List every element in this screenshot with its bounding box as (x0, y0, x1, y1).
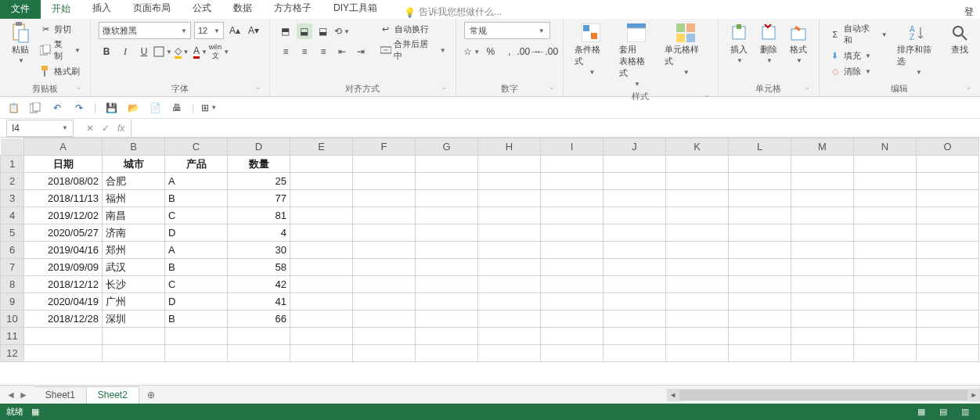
cell-C12[interactable] (165, 345, 228, 362)
cell-M4[interactable] (791, 207, 854, 224)
cell-D1[interactable]: 数量 (228, 156, 290, 173)
row-header-7[interactable]: 7 (1, 259, 24, 276)
col-header-M[interactable]: M (791, 138, 854, 156)
cell-K3[interactable] (666, 190, 729, 207)
cell-I8[interactable] (541, 276, 603, 293)
view-page-layout-button[interactable]: ▤ (935, 406, 952, 418)
format-as-table-button[interactable]: 套用 表格格式▼ (616, 22, 656, 89)
cell-F11[interactable] (353, 328, 416, 345)
cell-O5[interactable] (917, 224, 979, 242)
cell-A4[interactable]: 2019/12/02 (24, 207, 103, 224)
col-header-I[interactable]: I (541, 138, 603, 156)
cell-N2[interactable] (854, 173, 917, 190)
row-header-5[interactable]: 5 (1, 224, 24, 242)
formula-input[interactable] (131, 120, 980, 137)
cell-M11[interactable] (791, 328, 854, 345)
tab-开始[interactable]: 开始 (41, 0, 81, 19)
cell-E1[interactable] (290, 156, 353, 173)
cell-B4[interactable]: 南昌 (103, 207, 165, 224)
cell-F3[interactable] (353, 190, 416, 207)
cell-L12[interactable] (729, 345, 791, 362)
row-header-8[interactable]: 8 (1, 276, 24, 293)
cell-I11[interactable] (541, 328, 603, 345)
cell-C7[interactable]: B (165, 259, 228, 276)
cell-K4[interactable] (666, 207, 729, 224)
comma-button[interactable]: , (502, 44, 517, 59)
cell-G4[interactable] (416, 207, 478, 224)
view-page-break-button[interactable]: ▥ (957, 406, 974, 418)
decrease-font-button[interactable]: A▾ (246, 23, 261, 38)
row-header-11[interactable]: 11 (1, 328, 24, 345)
fill-button[interactable]: ⬇填充▼ (827, 48, 889, 63)
cell-I2[interactable] (541, 173, 603, 190)
format-painter-button[interactable]: 格式刷 (38, 64, 82, 78)
cell-styles-button[interactable]: 单元格样式▼ (661, 22, 710, 77)
cell-J7[interactable] (603, 259, 666, 276)
underline-button[interactable]: U (136, 44, 152, 59)
cell-C8[interactable]: C (165, 276, 228, 293)
cell-H1[interactable] (478, 156, 541, 173)
cell-O7[interactable] (917, 259, 979, 276)
col-header-N[interactable]: N (854, 138, 917, 156)
cell-E3[interactable] (290, 190, 353, 207)
phonetic-button[interactable]: wén文▼ (211, 44, 227, 59)
qat-undo-button[interactable]: ↶ (50, 101, 64, 115)
cell-H12[interactable] (478, 345, 541, 362)
decrease-decimal-button[interactable]: ←.00 (539, 44, 555, 59)
add-sheet-button[interactable]: ⊕ (139, 389, 163, 400)
cell-L8[interactable] (729, 276, 791, 293)
cell-B2[interactable]: 合肥 (103, 173, 165, 190)
cell-D8[interactable]: 42 (228, 276, 290, 293)
tab-方方格子[interactable]: 方方格子 (263, 0, 322, 19)
col-header-C[interactable]: C (165, 138, 228, 156)
cell-E10[interactable] (290, 311, 353, 328)
sheet-tab-Sheet1[interactable]: Sheet1 (34, 386, 87, 404)
col-header-E[interactable]: E (290, 138, 353, 156)
cell-F5[interactable] (353, 224, 416, 242)
col-header-F[interactable]: F (353, 138, 416, 156)
row-header-6[interactable]: 6 (1, 242, 24, 259)
cell-J11[interactable] (603, 328, 666, 345)
cell-J10[interactable] (603, 311, 666, 328)
font-name-select[interactable]: 微软雅黑▼ (99, 22, 191, 39)
cell-D3[interactable]: 77 (228, 190, 290, 207)
cell-A3[interactable]: 2018/11/13 (24, 190, 103, 207)
cell-L6[interactable] (729, 242, 791, 259)
italic-button[interactable]: I (117, 44, 133, 59)
col-header-B[interactable]: B (103, 138, 165, 156)
cell-O10[interactable] (917, 311, 979, 328)
cell-F4[interactable] (353, 207, 416, 224)
cell-J1[interactable] (603, 156, 666, 173)
cell-E4[interactable] (290, 207, 353, 224)
align-center-button[interactable]: ≡ (297, 44, 312, 59)
cell-D12[interactable] (228, 345, 290, 362)
cell-J5[interactable] (603, 224, 666, 242)
cell-H5[interactable] (478, 224, 541, 242)
select-all-corner[interactable] (1, 138, 24, 156)
cell-K1[interactable] (666, 156, 729, 173)
align-right-button[interactable]: ≡ (315, 44, 331, 59)
cell-A7[interactable]: 2019/09/09 (24, 259, 103, 276)
cell-B5[interactable]: 济南 (103, 224, 165, 242)
font-color-button[interactable]: A▼ (193, 44, 208, 59)
cell-I1[interactable] (541, 156, 603, 173)
cell-O11[interactable] (917, 328, 979, 345)
cell-B10[interactable]: 深圳 (103, 311, 165, 328)
cell-I6[interactable] (541, 242, 603, 259)
cell-B1[interactable]: 城市 (103, 156, 165, 173)
wrap-text-button[interactable]: ↩自动换行 (378, 22, 448, 36)
cell-A2[interactable]: 2018/08/02 (24, 173, 103, 190)
cell-J3[interactable] (603, 190, 666, 207)
row-header-1[interactable]: 1 (1, 156, 24, 173)
border-button[interactable]: ▼ (155, 44, 171, 59)
cell-K10[interactable] (666, 311, 729, 328)
cell-I5[interactable] (541, 224, 603, 242)
cell-G10[interactable] (416, 311, 478, 328)
percent-button[interactable]: % (483, 44, 499, 59)
row-header-2[interactable]: 2 (1, 173, 24, 190)
cell-E7[interactable] (290, 259, 353, 276)
cell-A12[interactable] (24, 345, 103, 362)
find-select-button[interactable]: 查找 (947, 22, 972, 57)
sort-filter-button[interactable]: AZ排序和筛选▼ (894, 22, 942, 77)
cell-D6[interactable]: 30 (228, 242, 290, 259)
